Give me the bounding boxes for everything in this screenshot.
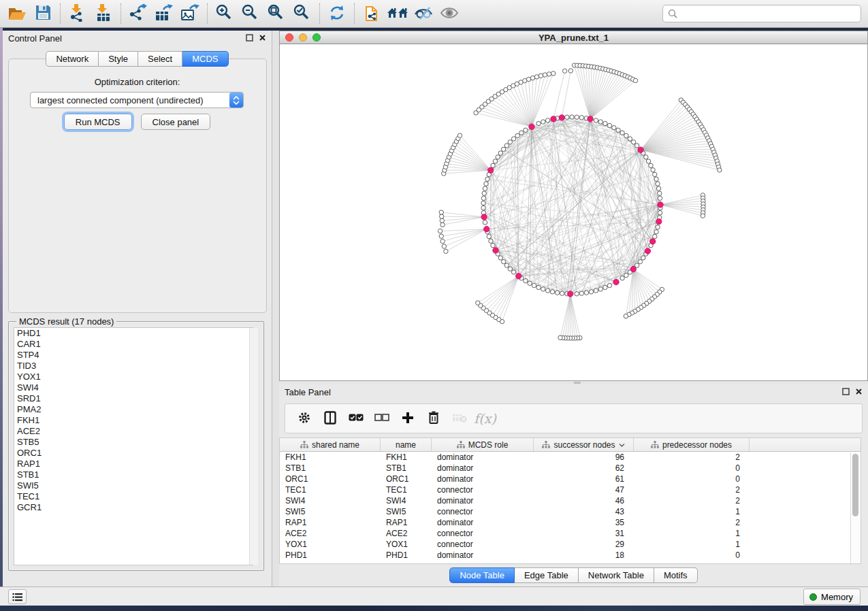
network-node[interactable] <box>528 281 532 285</box>
tab-network-table[interactable]: Network Table <box>579 567 654 583</box>
network-node[interactable] <box>651 168 655 172</box>
mcds-result-item[interactable]: ORC1 <box>14 448 253 459</box>
network-node[interactable] <box>539 73 543 78</box>
network-node[interactable] <box>476 301 480 305</box>
mcds-result-item[interactable]: STB5 <box>14 437 253 448</box>
network-node[interactable] <box>562 69 566 73</box>
network-node[interactable] <box>439 234 443 238</box>
mcds-list-scrollbar[interactable] <box>249 328 258 565</box>
table-scrollbar[interactable] <box>850 452 860 563</box>
table-row[interactable]: RAP1RAP1dominator352 <box>280 517 861 528</box>
network-file-button[interactable] <box>359 2 385 25</box>
mcds-result-list[interactable]: PHD1CAR1STP4TID3YOX1SWI4SRD1PMA2FKH1ACE2… <box>14 327 253 565</box>
network-node[interactable] <box>658 196 662 200</box>
network-node[interactable] <box>631 140 635 144</box>
column-header-name[interactable]: name <box>381 438 432 451</box>
tab-mcds[interactable]: MCDS <box>182 51 228 67</box>
zoom-in-button[interactable] <box>212 2 238 25</box>
mcds-hub-node[interactable] <box>630 266 636 271</box>
network-node[interactable] <box>653 234 657 238</box>
network-node[interactable] <box>646 159 650 163</box>
network-node[interactable] <box>545 118 549 122</box>
column-visibility-button[interactable] <box>319 407 340 430</box>
network-node[interactable] <box>594 288 598 293</box>
float-table-panel-icon[interactable] <box>842 388 850 395</box>
mcds-hub-node[interactable] <box>645 248 650 254</box>
network-node[interactable] <box>579 116 583 120</box>
network-node[interactable] <box>550 290 554 294</box>
mcds-hub-node[interactable] <box>638 147 643 152</box>
table-row[interactable]: PHD1PHD1dominator180 <box>280 550 861 561</box>
add-column-button[interactable] <box>397 407 418 430</box>
network-node[interactable] <box>656 225 660 229</box>
network-node[interactable] <box>457 133 462 137</box>
mcds-result-item[interactable]: CAR1 <box>14 339 253 350</box>
network-node[interactable] <box>718 168 722 172</box>
mcds-hub-node[interactable] <box>568 291 573 297</box>
delete-column-button[interactable] <box>423 407 444 430</box>
network-node[interactable] <box>526 77 530 81</box>
network-node[interactable] <box>541 120 545 124</box>
network-node[interactable] <box>598 287 602 291</box>
select-all-button[interactable] <box>345 407 366 430</box>
network-node[interactable] <box>491 163 495 167</box>
network-node[interactable] <box>508 140 512 144</box>
network-node[interactable] <box>560 291 564 295</box>
network-node[interactable] <box>570 115 574 119</box>
save-session-button[interactable] <box>30 2 56 25</box>
mcds-result-item[interactable]: PHD1 <box>14 328 253 339</box>
mcds-hub-node[interactable] <box>493 248 498 253</box>
mcds-result-item[interactable]: PMA2 <box>14 404 253 415</box>
network-node[interactable] <box>501 259 505 263</box>
network-node[interactable] <box>607 283 611 287</box>
network-node[interactable] <box>624 273 628 277</box>
network-node[interactable] <box>658 211 662 215</box>
table-row[interactable]: FKH1FKH1dominator962 <box>280 452 861 463</box>
network-node[interactable] <box>649 163 653 167</box>
network-node[interactable] <box>568 69 573 73</box>
table-scrollbar-thumb[interactable] <box>852 454 858 516</box>
network-node[interactable] <box>484 182 488 186</box>
network-node[interactable] <box>575 292 579 296</box>
mcds-hub-node[interactable] <box>484 227 489 232</box>
mcds-hub-node[interactable] <box>488 167 494 173</box>
network-node[interactable] <box>558 335 562 340</box>
network-node[interactable] <box>620 276 624 280</box>
vertical-splitter[interactable] <box>272 31 279 587</box>
network-node[interactable] <box>628 137 632 141</box>
task-history-button[interactable] <box>8 589 27 604</box>
table-row[interactable]: SWI5SWI5connector431 <box>280 506 861 517</box>
network-node[interactable] <box>656 186 660 191</box>
mcds-result-item[interactable]: STP4 <box>14 350 253 361</box>
mcds-hub-node[interactable] <box>551 116 556 122</box>
network-node[interactable] <box>565 115 569 119</box>
export-image-button[interactable] <box>177 2 203 25</box>
network-node[interactable] <box>483 220 487 225</box>
network-node[interactable] <box>530 76 534 80</box>
network-node[interactable] <box>485 177 489 181</box>
network-canvas[interactable] <box>279 44 868 381</box>
network-node[interactable] <box>504 144 509 148</box>
show-eye-button[interactable] <box>436 2 462 25</box>
network-node[interactable] <box>616 128 620 132</box>
float-panel-icon[interactable] <box>246 34 253 42</box>
search-field[interactable] <box>662 5 861 22</box>
table-row[interactable]: TEC1TEC1connector472 <box>280 484 861 495</box>
table-row[interactable]: ORC1ORC1dominator610 <box>280 474 861 484</box>
column-header-predecessor-nodes[interactable]: predecessor nodes <box>634 438 750 451</box>
run-mcds-button[interactable]: Run MCDS <box>64 114 132 130</box>
zoom-out-button[interactable] <box>238 2 263 25</box>
network-node[interactable] <box>439 210 443 214</box>
memory-button[interactable]: Memory <box>803 589 861 605</box>
close-panel-icon[interactable] <box>259 34 266 42</box>
mcds-result-item[interactable]: STB1 <box>14 469 253 480</box>
mcds-result-item[interactable]: SRD1 <box>14 393 253 404</box>
network-node[interactable] <box>598 120 602 124</box>
tab-style[interactable]: Style <box>99 51 138 67</box>
network-node[interactable] <box>519 131 524 135</box>
network-node[interactable] <box>658 191 662 195</box>
mcds-hub-node[interactable] <box>529 124 534 129</box>
network-node[interactable] <box>653 172 657 176</box>
search-input[interactable] <box>680 6 861 21</box>
network-node[interactable] <box>440 218 444 222</box>
